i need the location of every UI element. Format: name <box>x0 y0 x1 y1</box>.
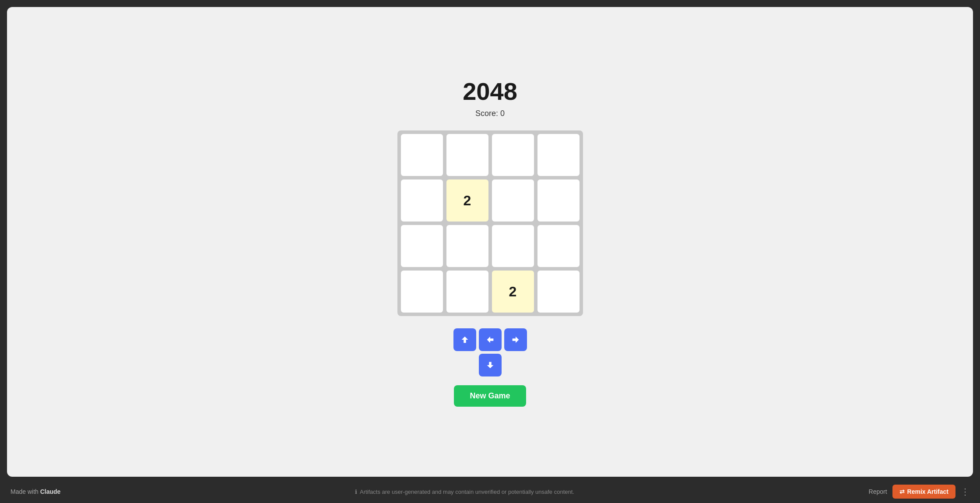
new-game-button[interactable]: New Game <box>454 385 526 407</box>
disclaimer-text: Artifacts are user-generated and may con… <box>360 489 574 495</box>
right-arrow-icon <box>511 335 520 345</box>
grid-cell-1-2 <box>492 179 534 222</box>
footer-attribution: Made with Claude <box>11 488 60 495</box>
footer: Made with Claude ℹ Artifacts are user-ge… <box>0 480 980 503</box>
grid-cell-0-1 <box>446 134 488 176</box>
more-options-button[interactable]: ⋮ <box>961 486 969 497</box>
grid-cell-0-0 <box>401 134 443 176</box>
right-button[interactable] <box>504 328 527 351</box>
up-button[interactable] <box>453 328 476 351</box>
game-title: 2048 <box>463 77 517 106</box>
down-button[interactable] <box>479 354 502 376</box>
remix-button[interactable]: ⇄ Remix Artifact <box>892 485 955 499</box>
claude-label: Claude <box>40 488 61 495</box>
grid-cell-2-2 <box>492 225 534 267</box>
grid-cell-3-3 <box>537 271 580 313</box>
grid-cell-0-3 <box>537 134 580 176</box>
down-arrow-icon <box>485 360 495 370</box>
score-display: Score: 0 <box>475 109 505 118</box>
info-icon: ℹ <box>355 489 357 495</box>
bottom-controls-row <box>479 354 502 376</box>
grid-cell-2-1 <box>446 225 488 267</box>
remix-icon: ⇄ <box>899 488 905 495</box>
report-button[interactable]: Report <box>869 488 887 495</box>
game-container: 2048 Score: 0 2 2 <box>7 7 973 477</box>
up-arrow-icon <box>460 335 470 345</box>
grid-cell-1-1: 2 <box>446 179 488 222</box>
grid-cell-3-0 <box>401 271 443 313</box>
grid-cell-2-0 <box>401 225 443 267</box>
grid-cell-0-2 <box>492 134 534 176</box>
left-button[interactable] <box>479 328 502 351</box>
footer-disclaimer: ℹ Artifacts are user-generated and may c… <box>355 489 574 495</box>
made-with-label: Made with <box>11 488 39 495</box>
top-controls-row <box>453 328 527 351</box>
grid-cell-1-0 <box>401 179 443 222</box>
remix-label: Remix Artifact <box>907 488 948 495</box>
left-arrow-icon <box>485 335 495 345</box>
grid-cell-2-3 <box>537 225 580 267</box>
grid-cell-3-2: 2 <box>492 271 534 313</box>
grid-cell-1-3 <box>537 179 580 222</box>
footer-actions: Report ⇄ Remix Artifact ⋮ <box>869 485 969 499</box>
direction-controls <box>453 328 527 376</box>
game-grid: 2 2 <box>397 130 583 316</box>
grid-cell-3-1 <box>446 271 488 313</box>
